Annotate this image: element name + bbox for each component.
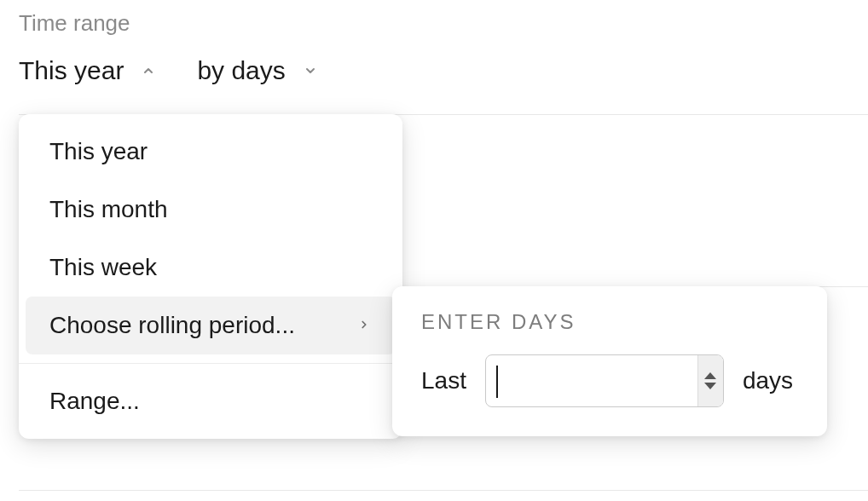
dropdown-item-this-month[interactable]: This month (19, 181, 402, 239)
rolling-period-submenu: ENTER DAYS Last days (392, 286, 827, 436)
dropdown-item-label: This year (49, 138, 148, 165)
dropdown-item-label: Range... (49, 388, 140, 415)
granularity-selector[interactable]: by days (197, 56, 317, 85)
chevron-right-icon (358, 319, 372, 332)
dropdown-item-label: This month (49, 196, 168, 223)
submenu-title: ENTER DAYS (421, 310, 798, 334)
stepper-down-icon[interactable] (704, 383, 716, 389)
stepper-up-icon[interactable] (704, 372, 716, 379)
dropdown-item-this-year[interactable]: This year (19, 123, 402, 181)
rolling-days-prefix: Last (421, 367, 466, 394)
dropdown-separator (19, 363, 402, 364)
rolling-days-suffix: days (743, 367, 793, 394)
chevron-down-icon (303, 63, 318, 78)
dropdown-item-label: This week (49, 254, 157, 281)
time-range-selector[interactable]: This year (19, 56, 156, 85)
days-input-wrap[interactable] (485, 354, 724, 407)
dropdown-item-label: Choose rolling period... (49, 312, 295, 339)
text-cursor (496, 366, 498, 398)
time-range-dropdown: This year This month This week Choose ro… (19, 114, 402, 439)
time-range-selector-label: This year (19, 56, 124, 85)
rolling-days-row: Last days (421, 354, 798, 407)
granularity-selector-label: by days (197, 56, 285, 85)
dropdown-item-this-week[interactable]: This week (19, 239, 402, 297)
chevron-up-icon (141, 63, 156, 78)
dropdown-item-range[interactable]: Range... (19, 372, 402, 430)
quantity-stepper[interactable] (697, 355, 723, 406)
dropdown-item-rolling-period[interactable]: Choose rolling period... (26, 297, 396, 354)
divider (19, 490, 868, 491)
section-label: Time range (19, 10, 130, 37)
selectors-row: This year by days (19, 56, 318, 85)
days-input[interactable] (486, 355, 697, 406)
